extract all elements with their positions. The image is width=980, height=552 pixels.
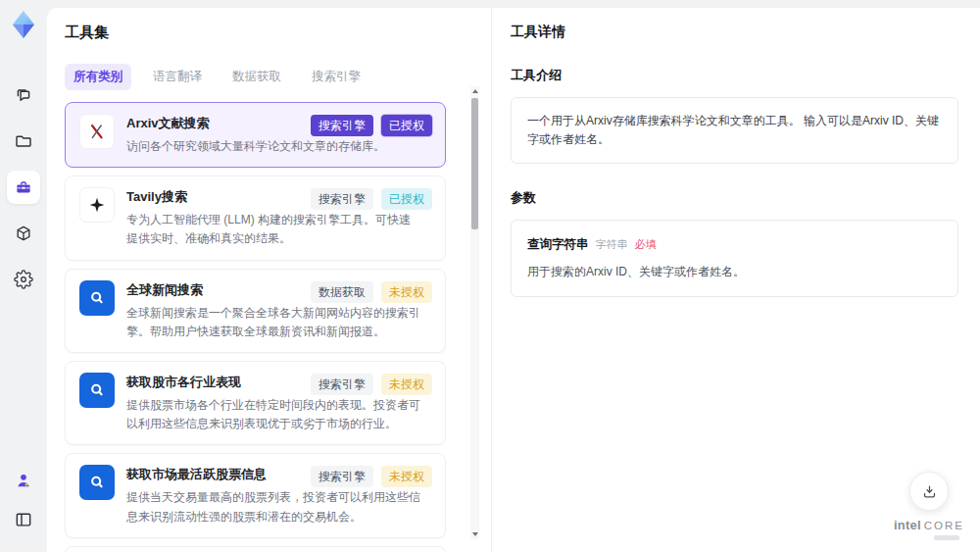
tool-list: Arxiv文献搜索 访问各个研究领域大量科学论文和文章的存储库。 搜索引擎 已授…: [65, 102, 473, 552]
search-app-icon: [79, 280, 115, 316]
nav-chat-button[interactable]: [7, 78, 40, 112]
chat-icon: [14, 85, 33, 105]
collapse-sidebar-button[interactable]: [7, 503, 40, 536]
tool-description: 专为人工智能代理 (LLM) 构建的搜索引擎工具。可快速提供实时、准确和真实的结…: [126, 211, 420, 248]
scrollbar-track[interactable]: [470, 96, 479, 529]
download-icon: [921, 483, 938, 500]
tab-language-translation[interactable]: 语言翻译: [144, 64, 211, 90]
category-badge: 搜索引擎: [311, 115, 373, 136]
param-description: 用于搜索的Arxiv ID、关键字或作者姓名。: [527, 263, 942, 281]
category-badge: 数据获取: [311, 281, 373, 303]
tab-all-categories[interactable]: 所有类别: [65, 64, 131, 90]
scroll-down-arrow[interactable]: [470, 529, 479, 539]
brand-secondary: CORE: [924, 520, 964, 531]
category-badge: 搜索引擎: [311, 188, 373, 210]
tool-card-tavily[interactable]: Tavily搜索 专为人工智能代理 (LLM) 构建的搜索引擎工具。可快速提供实…: [65, 176, 446, 260]
auth-status-badge: 未授权: [381, 281, 432, 303]
nav-models-button[interactable]: [7, 217, 40, 250]
tool-card-sector-performance[interactable]: 获取股市各行业表现 提供股票市场各个行业在特定时间段内的表现。投资者可以利用这些…: [65, 361, 446, 445]
brand-primary: intel: [894, 518, 921, 532]
intro-heading: 工具介绍: [511, 67, 958, 84]
main-content: 工具集 所有类别 语言翻译 数据获取 搜索引擎 Arxiv文献搜索 访问各个研究…: [47, 8, 980, 552]
tool-description: 提供股票市场各个行业在特定时间段内的表现。投资者可以利用这些信息来识别表现优于或…: [126, 396, 420, 433]
toolbox-icon: [14, 177, 33, 197]
search-app-icon: [79, 465, 115, 500]
scrollbar-thumb[interactable]: [471, 98, 478, 229]
scroll-up-arrow[interactable]: [470, 86, 479, 96]
params-heading: 参数: [511, 189, 958, 207]
folder-icon: [14, 131, 33, 151]
search-app-icon: [79, 373, 115, 408]
arxiv-logo-icon: [79, 114, 115, 149]
tool-list-scrollbar[interactable]: [470, 86, 479, 539]
details-title: 工具详情: [511, 24, 958, 41]
auth-status-badge: 已授权: [381, 188, 432, 210]
app-rail: [0, 0, 46, 552]
cube-icon: [14, 224, 33, 243]
tool-card-most-active-stocks[interactable]: 获取市场最活跃股票信息 提供当天交易量最高的股票列表，投资者可以利用这些信息来识…: [65, 453, 446, 537]
tools-panel-title: 工具集: [65, 24, 473, 42]
intro-text: 一个用于从Arxiv存储库搜索科学论文和文章的工具。 输入可以是Arxiv ID…: [527, 114, 939, 146]
param-name: 查询字符串: [527, 234, 589, 254]
param-type: 字符串: [596, 236, 628, 254]
download-button[interactable]: [909, 472, 949, 511]
auth-status-badge: 已授权: [381, 115, 432, 136]
tool-card-arxiv[interactable]: Arxiv文献搜索 访问各个研究领域大量科学论文和文章的存储库。 搜索引擎 已授…: [65, 102, 446, 168]
nav-files-button[interactable]: [7, 125, 40, 158]
tool-description: 提供当天交易量最高的股票列表，投资者可以利用这些信息来识别流动性强的股票和潜在的…: [126, 488, 420, 526]
tool-details-panel: 工具详情 工具介绍 一个用于从Arxiv存储库搜索科学论文和文章的工具。 输入可…: [492, 8, 980, 552]
corner-widgets: intel CORE: [894, 472, 964, 540]
tool-card-regional-news[interactable]: 万维地区新闻查询 查询具体行政区划内的新闻，快速了解各地新闻动 搜索引擎 未授权: [65, 546, 446, 552]
nav-tools-button[interactable]: [7, 171, 40, 204]
intro-box: 一个用于从Arxiv存储库搜索科学论文和文章的工具。 输入可以是Arxiv ID…: [511, 97, 958, 164]
category-tabs: 所有类别 语言翻译 数据获取 搜索引擎: [65, 64, 473, 90]
tab-search-engine[interactable]: 搜索引擎: [303, 64, 369, 90]
tab-data-acquisition[interactable]: 数据获取: [223, 64, 290, 90]
intel-core-logo: intel CORE: [894, 518, 964, 532]
nav-settings-button[interactable]: [7, 263, 40, 296]
user-icon: [14, 471, 33, 490]
auth-status-badge: 未授权: [381, 466, 432, 487]
category-badge: 搜索引擎: [311, 466, 373, 487]
param-required-badge: 必填: [635, 236, 657, 254]
tool-description: 访问各个研究领域大量科学论文和文章的存储库。: [126, 137, 420, 156]
category-badge: 搜索引擎: [311, 374, 373, 395]
panel-layout-icon: [14, 510, 33, 529]
auth-status-badge: 未授权: [381, 374, 432, 395]
gear-icon: [14, 270, 33, 289]
app-logo-icon[interactable]: [7, 8, 40, 41]
param-box: 查询字符串 字符串 必填 用于搜索的Arxiv ID、关键字或作者姓名。: [511, 220, 958, 296]
tool-description: 全球新闻搜索是一个聚合全球各大新闻网站内容的搜索引擎。帮助用户快速获取全球最新资…: [126, 304, 420, 341]
tools-panel: 工具集 所有类别 语言翻译 数据获取 搜索引擎 Arxiv文献搜索 访问各个研究…: [47, 8, 492, 552]
tavily-star-icon: [79, 187, 115, 223]
tool-card-global-news[interactable]: 全球新闻搜索 全球新闻搜索是一个聚合全球各大新闻网站内容的搜索引擎。帮助用户快速…: [65, 269, 446, 353]
user-avatar-button[interactable]: [7, 464, 40, 497]
brand-sub-badge: [934, 535, 959, 540]
